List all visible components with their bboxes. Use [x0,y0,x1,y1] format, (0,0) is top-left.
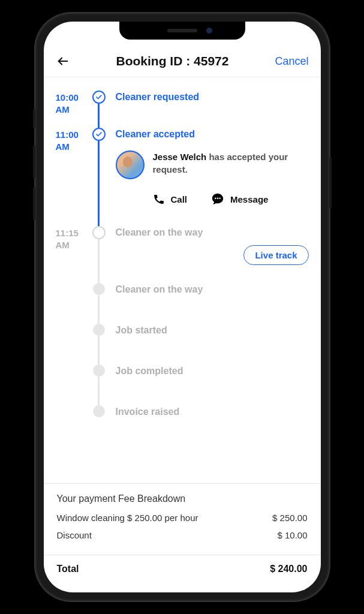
svg-point-1 [215,198,216,199]
fee-breakdown: Your payment Fee Breakdown Window cleani… [44,483,321,555]
status-dot-icon [93,324,105,336]
step-label: Cleaner on the way [116,226,309,238]
accepted-text: Jesse Welch has accepted your request. [153,151,309,179]
timeline-step-invoice-raised: Invoice raised [56,405,309,426]
back-button[interactable] [56,54,70,68]
fee-label: Window cleaning $ 250.00 per hour [57,513,198,523]
mute-switch [33,109,35,128]
timeline-step-on-the-way-2: Cleaner on the way [56,283,309,324]
avatar[interactable] [116,151,145,179]
fee-label: Discount [57,530,92,540]
check-icon [92,128,106,141]
time-hour: 11:15 [56,227,88,239]
svg-point-3 [219,198,220,199]
page-title: Booking ID : 45972 [70,54,275,68]
timeline-step-job-started: Job started [56,324,309,365]
time-ampm: AM [56,141,88,153]
volume-up [33,145,35,178]
notch [119,22,245,40]
status-dot-icon [93,405,105,417]
timeline: 10:00 AM Cleaner requested [44,77,321,483]
fee-row-discount: Discount $ 10.00 [57,530,308,540]
timeline-step-accepted: 11:00 AM Cleaner accepted [56,128,309,226]
header: Booking ID : 45972 Cancel [44,48,321,77]
time-ampm: AM [56,239,88,251]
timeline-step-requested: 10:00 AM Cleaner requested [56,91,309,128]
time-hour: 10:00 [56,92,88,104]
call-button[interactable]: Call [153,192,188,206]
fee-title: Your payment Fee Breakdown [57,493,308,504]
check-icon [92,91,106,104]
step-label: Cleaner accepted [116,128,309,140]
fee-row-service: Window cleaning $ 250.00 per hour $ 250.… [57,513,308,523]
time-ampm: AM [56,104,88,116]
step-label: Job completed [116,365,309,377]
cancel-button[interactable]: Cancel [275,55,308,68]
total-row: Total $ 240.00 [44,555,321,592]
phone-frame: Booking ID : 45972 Cancel 10:00 AM [35,13,329,601]
timeline-step-job-completed: Job completed [56,365,309,405]
status-circle-icon [92,226,106,239]
time-hour: 11:00 [56,129,88,141]
svg-point-2 [217,198,218,199]
step-label: Invoice raised [116,405,309,417]
phone-icon [153,193,165,205]
message-label: Message [230,194,268,204]
message-button[interactable]: Message [211,192,268,206]
status-dot-icon [93,283,105,295]
step-label: Job started [116,324,309,336]
status-dot-icon [93,365,105,377]
fee-amount: $ 10.00 [277,530,307,540]
message-icon [211,192,224,206]
total-label: Total [57,564,79,574]
step-label: Cleaner requested [116,91,309,103]
arrow-left-icon [56,55,70,68]
cleaner-name: Jesse Welch [153,152,207,162]
timeline-step-on-the-way: 11:15 AM Cleaner on the way Live track [56,226,309,283]
total-amount: $ 240.00 [270,564,307,574]
step-label: Cleaner on the way [116,283,309,295]
power-button [329,157,332,208]
call-label: Call [171,194,188,204]
volume-down [33,187,35,220]
fee-amount: $ 250.00 [272,513,307,523]
live-track-button[interactable]: Live track [243,245,308,265]
